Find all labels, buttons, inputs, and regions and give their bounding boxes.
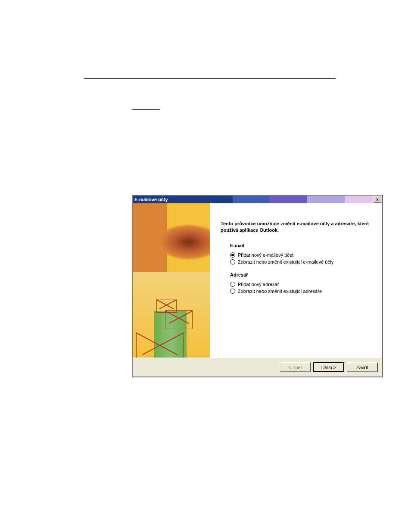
next-button[interactable]: Další > bbox=[313, 362, 344, 372]
wizard-graphic bbox=[133, 203, 210, 358]
dialog-body: Tento průvodce umožňuje změnit e-mailové… bbox=[133, 203, 382, 358]
dialog-footer: < Zpět Další > Zavřít bbox=[133, 358, 382, 376]
address-options: Přidat nový adresář Zobrazit nebo změnit… bbox=[230, 282, 372, 294]
dialog-content: Tento průvodce umožňuje změnit e-mailové… bbox=[210, 203, 382, 358]
option-label: Přidat nový e-mailový účet bbox=[238, 252, 293, 258]
radio-add-address[interactable] bbox=[230, 282, 235, 287]
option-add-address[interactable]: Přidat nový adresář bbox=[230, 282, 372, 287]
section-heading-email: E-mail bbox=[230, 243, 372, 248]
close-icon[interactable]: × bbox=[374, 196, 381, 203]
envelope-icon bbox=[136, 333, 184, 358]
option-label: Zobrazit nebo změnit existující adresáře bbox=[238, 289, 322, 294]
envelope-icon bbox=[165, 310, 193, 329]
email-options: Přidat nový e-mailový účet Zobrazit nebo… bbox=[230, 252, 372, 264]
option-edit-email[interactable]: Zobrazit nebo změnit existující e-mailov… bbox=[230, 259, 372, 264]
intro-text: Tento průvodce umožňuje změnit e-mailové… bbox=[221, 221, 371, 233]
radio-add-email[interactable] bbox=[230, 252, 235, 258]
option-label: Zobrazit nebo změnit existující e-mailov… bbox=[238, 259, 334, 264]
dialog-title: E-mailové účty bbox=[133, 197, 374, 202]
email-accounts-dialog: E-mailové účty × Tento průvodce umožňuje… bbox=[132, 195, 383, 377]
option-label: Přidat nový adresář bbox=[238, 282, 279, 287]
titlebar: E-mailové účty × bbox=[133, 196, 382, 203]
close-button[interactable]: Zavřít bbox=[347, 362, 378, 372]
option-add-email[interactable]: Přidat nový e-mailový účet bbox=[230, 252, 372, 258]
back-button: < Zpět bbox=[280, 362, 311, 372]
radio-edit-email[interactable] bbox=[230, 259, 235, 264]
section-heading-address: Adresář bbox=[230, 272, 372, 277]
option-edit-address[interactable]: Zobrazit nebo změnit existující adresáře bbox=[230, 289, 372, 294]
horizontal-rule bbox=[84, 78, 336, 79]
underline-decoration bbox=[132, 109, 160, 110]
radio-edit-address[interactable] bbox=[230, 289, 235, 294]
